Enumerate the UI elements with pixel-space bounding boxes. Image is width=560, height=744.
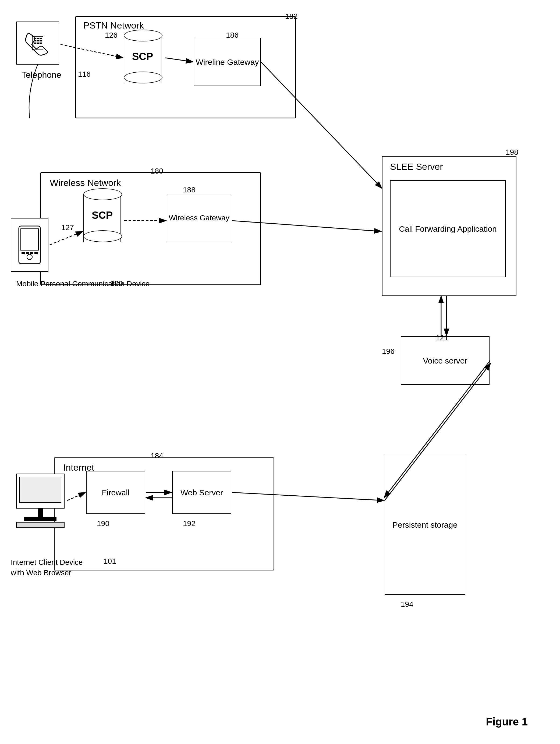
ref-121: 121	[436, 334, 448, 342]
firewall-box: Firewall	[86, 471, 145, 514]
mobile-device-label: Mobile Personal Communication Device	[16, 278, 150, 289]
pstn-network-label: PSTN Network	[83, 20, 144, 31]
scp-wireless-label: SCP	[92, 210, 113, 221]
svg-rect-6	[40, 40, 42, 41]
computer-device	[16, 474, 65, 528]
svg-rect-14	[26, 252, 29, 254]
svg-rect-15	[30, 252, 33, 254]
svg-rect-7	[34, 42, 36, 44]
svg-rect-11	[21, 229, 38, 250]
persistent-storage-label: Persistent storage	[392, 520, 457, 530]
wireless-network-ref: 180	[151, 167, 163, 176]
slee-server-label: SLEE Server	[390, 161, 443, 172]
persistent-storage-box: Persistent storage	[385, 455, 465, 595]
svg-rect-2	[37, 38, 39, 39]
wireline-gateway-box: Wireline Gateway	[194, 38, 261, 86]
internet-ref: 184	[151, 451, 163, 460]
telephone-label: Telephone	[22, 70, 61, 80]
svg-rect-5	[37, 40, 39, 41]
svg-rect-13	[22, 252, 25, 254]
figure-label: Figure 1	[486, 716, 528, 728]
wireless-gateway-ref: 188	[183, 186, 196, 194]
telephone-ref: 116	[78, 70, 91, 79]
voice-server-box: Voice server	[401, 336, 489, 385]
svg-rect-8	[37, 42, 39, 44]
scp-wireless-cylinder: SCP	[83, 188, 121, 242]
scp-pstn-cylinder: SCP	[124, 30, 161, 83]
svg-rect-4	[34, 40, 36, 41]
svg-rect-10	[19, 226, 40, 264]
wireless-gateway-label: Wireless Gateway	[169, 213, 230, 223]
call-forwarding-app-box: Call Forwarding Application	[390, 180, 506, 277]
scp-pstn-ref: 126	[105, 31, 118, 40]
slee-server-ref: 198	[506, 148, 518, 157]
wireline-gateway-ref: 186	[226, 31, 239, 40]
svg-rect-1	[34, 38, 36, 39]
voice-server-ref: 196	[382, 347, 395, 356]
persistent-storage-ref: 194	[401, 600, 413, 609]
svg-rect-9	[40, 42, 42, 44]
diagram: PSTN Network Wireless Network 180 Intern…	[0, 0, 560, 744]
computer-label: Internet Client Devicewith Web Browser	[11, 557, 83, 578]
svg-rect-16	[34, 252, 38, 254]
scp-wireless-ref: 127	[61, 223, 74, 232]
voice-server-label: Voice server	[423, 356, 467, 366]
web-server-ref: 192	[183, 519, 196, 528]
wireline-gateway-label: Wireline Gateway	[196, 57, 259, 67]
firewall-ref: 190	[97, 519, 110, 528]
wireless-network-label: Wireless Network	[50, 178, 121, 188]
wireless-gateway-box: Wireless Gateway	[167, 194, 231, 242]
call-forwarding-app-label: Call Forwarding Application	[399, 224, 497, 234]
telephone-device	[16, 22, 59, 65]
pstn-ref: 182	[285, 12, 298, 21]
mobile-ref: 100	[110, 279, 123, 288]
svg-rect-3	[40, 38, 42, 39]
scp-pstn-label: SCP	[132, 51, 153, 63]
computer-ref: 101	[104, 557, 116, 566]
svg-point-12	[27, 254, 32, 260]
firewall-label: Firewall	[102, 487, 129, 498]
web-server-box: Web Server	[172, 471, 231, 514]
web-server-label: Web Server	[181, 487, 223, 498]
mobile-device	[11, 218, 48, 272]
